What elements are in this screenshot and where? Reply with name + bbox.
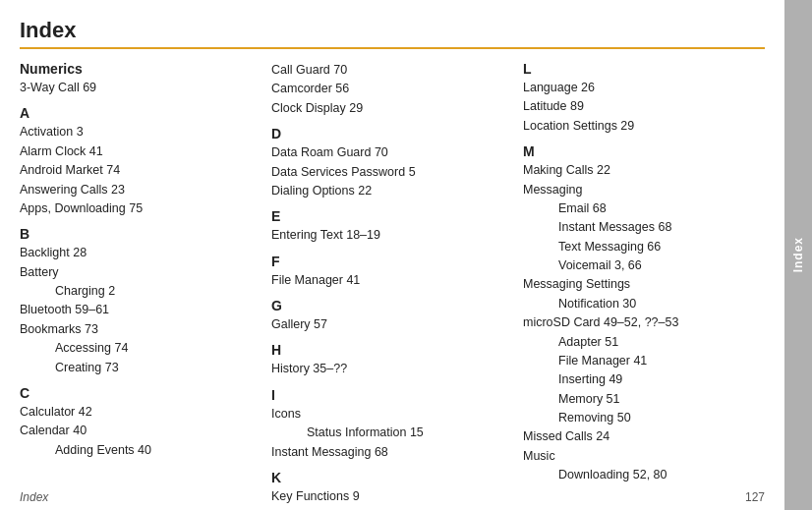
- index-entry: 3-Way Call 69: [20, 79, 261, 97]
- index-entry: Latitude 89: [523, 97, 765, 116]
- index-entry: Creating 73: [20, 359, 261, 377]
- index-entry: Adapter 51: [523, 333, 765, 352]
- index-entry: Calculator 42: [20, 403, 261, 422]
- index-entry: Android Market 74: [20, 161, 261, 180]
- index-entry: Inserting 49: [523, 370, 765, 389]
- index-entry: Missed Calls 24: [523, 427, 765, 446]
- footer-index-label: Index: [20, 490, 48, 504]
- index-entry: Memory 51: [523, 390, 765, 409]
- column-2: LLanguage 26Latitude 89Location Settings…: [523, 61, 765, 506]
- index-entry: Making Calls 22: [523, 161, 765, 180]
- section-letter: E: [271, 208, 513, 224]
- index-entry: Voicemail 3, 66: [523, 256, 765, 275]
- section-letter: F: [271, 254, 513, 269]
- index-entry: Battery: [20, 263, 261, 282]
- index-entry: Entering Text 18–19: [271, 226, 513, 245]
- index-entry: Apps, Downloading 75: [20, 199, 261, 218]
- index-entry: Activation 3: [20, 123, 261, 142]
- section-letter: H: [271, 342, 513, 358]
- right-sidebar: Index: [784, 0, 812, 510]
- index-entry: Call Guard 70: [271, 61, 513, 80]
- index-entry: Data Roam Guard 70: [271, 143, 513, 162]
- index-entry: Notification 30: [523, 295, 765, 313]
- section-letter: B: [20, 226, 261, 242]
- index-entry: Bookmarks 73: [20, 320, 261, 339]
- column-1: Call Guard 70Camcorder 56Clock Display 2…: [271, 61, 523, 506]
- section-letter: L: [523, 61, 765, 77]
- index-entry: Icons: [271, 405, 513, 424]
- index-entry: Messaging: [523, 181, 765, 199]
- index-entry: Text Messaging 66: [523, 238, 765, 256]
- index-entry: Adding Events 40: [20, 441, 261, 460]
- index-entry: Charging 2: [20, 282, 261, 301]
- footer-page-number: 127: [745, 490, 765, 504]
- index-entry: Dialing Options 22: [271, 182, 513, 200]
- index-entry: Bluetooth 59–61: [20, 301, 261, 319]
- index-entry: Accessing 74: [20, 339, 261, 358]
- main-content: Index Numerics3-Way Call 69AActivation 3…: [0, 0, 784, 510]
- columns-wrapper: Numerics3-Way Call 69AActivation 3Alarm …: [20, 61, 765, 506]
- index-entry: File Manager 41: [523, 352, 765, 370]
- section-letter: Numerics: [20, 61, 261, 77]
- index-entry: Location Settings 29: [523, 117, 765, 136]
- index-entry: Email 68: [523, 199, 765, 218]
- index-entry: Gallery 57: [271, 315, 513, 334]
- index-entry: Messaging Settings: [523, 275, 765, 294]
- index-entry: Backlight 28: [20, 244, 261, 262]
- index-entry: History 35–??: [271, 360, 513, 378]
- index-entry: Instant Messages 68: [523, 218, 765, 237]
- section-letter: A: [20, 105, 261, 121]
- index-entry: Language 26: [523, 79, 765, 97]
- index-entry: Instant Messaging 68: [271, 443, 513, 462]
- column-0: Numerics3-Way Call 69AActivation 3Alarm …: [20, 61, 271, 506]
- sidebar-label: Index: [791, 237, 805, 272]
- section-letter: C: [20, 385, 261, 401]
- index-entry: Camcorder 56: [271, 80, 513, 98]
- section-letter: G: [271, 298, 513, 313]
- index-entry: Alarm Clock 41: [20, 142, 261, 161]
- index-entry: Music: [523, 447, 765, 466]
- index-entry: Calendar 40: [20, 422, 261, 440]
- index-entry: microSD Card 49–52, ??–53: [523, 313, 765, 332]
- section-letter: D: [271, 126, 513, 142]
- index-entry: Data Services Password 5: [271, 163, 513, 182]
- section-letter: M: [523, 143, 765, 159]
- index-entry: Clock Display 29: [271, 99, 513, 118]
- footer: Index127: [0, 482, 784, 510]
- section-letter: I: [271, 387, 513, 403]
- page-title: Index: [20, 18, 765, 49]
- index-entry: Status Information 15: [271, 424, 513, 442]
- index-entry: Answering Calls 23: [20, 181, 261, 199]
- index-entry: Removing 50: [523, 409, 765, 427]
- index-entry: File Manager 41: [271, 271, 513, 290]
